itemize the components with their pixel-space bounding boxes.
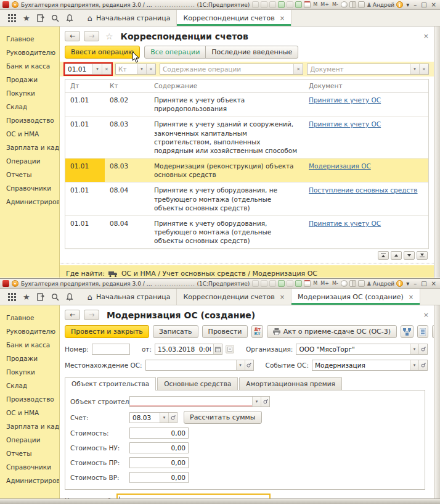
- cell-dt[interactable]: 01.01: [65, 159, 105, 182]
- sidebar-item[interactable]: Склад: [0, 379, 59, 392]
- dropdown-icon[interactable]: ▾: [410, 64, 419, 74]
- table-row[interactable]: 01.01 08.03 Модернизация (реконструкция)…: [65, 159, 428, 183]
- col-content[interactable]: Содержание: [149, 80, 304, 92]
- cell-content[interactable]: Принятие к учету зданий и сооружений, за…: [149, 117, 304, 158]
- open-button[interactable]: [245, 360, 253, 370]
- write-button[interactable]: Записать: [153, 325, 198, 338]
- titlebar-caret-icon[interactable]: ▾: [405, 1, 410, 8]
- zoom-icon[interactable]: [341, 280, 348, 287]
- document-link[interactable]: Модернизация ОС: [309, 162, 371, 170]
- calculator-icon[interactable]: [295, 1, 302, 8]
- filter-dt-combo[interactable]: ▾ ×: [65, 64, 112, 75]
- col-document[interactable]: Документ: [304, 80, 428, 92]
- send-icon[interactable]: [278, 1, 285, 8]
- cell-kt[interactable]: 08.03: [105, 117, 149, 158]
- m-button[interactable]: M: [312, 2, 318, 7]
- dropdown-icon[interactable]: ▾: [137, 64, 146, 74]
- sidebar-item[interactable]: Покупки: [0, 366, 59, 378]
- forward-button[interactable]: →: [84, 31, 99, 41]
- row-up-button[interactable]: [391, 251, 402, 260]
- attachment-icon[interactable]: [287, 280, 293, 287]
- calendar-icon[interactable]: [304, 280, 311, 287]
- history-icon[interactable]: [37, 14, 44, 22]
- col-kt[interactable]: Кт: [105, 80, 149, 92]
- search-icon[interactable]: [51, 293, 59, 301]
- tab-close-icon[interactable]: ×: [280, 15, 285, 22]
- open-button[interactable]: [168, 413, 177, 423]
- sidebar-item[interactable]: Главное: [0, 312, 59, 324]
- sidebar-item[interactable]: Склад: [0, 101, 59, 113]
- clear-icon[interactable]: ×: [419, 64, 428, 74]
- cell-content[interactable]: Принятие к учету оборудования, требующег…: [149, 216, 304, 249]
- clear-icon[interactable]: ×: [146, 64, 155, 74]
- enter-operation-button[interactable]: Ввести операцию: [65, 46, 140, 59]
- where-find-path[interactable]: ОС и НМА / Учет основных средств / Модер…: [121, 270, 317, 278]
- act-os3-button[interactable]: Акт о приеме-сдаче ОС (ОС-3): [267, 325, 397, 338]
- sidebar-item[interactable]: Отчеты: [0, 447, 59, 460]
- tab-modernization[interactable]: Модернизация ОС (создание) ×: [291, 289, 420, 305]
- tab-depreciation-bonus[interactable]: Амортизационная премия: [239, 377, 341, 390]
- print-icon[interactable]: [261, 280, 267, 287]
- page-close-icon[interactable]: ×: [423, 32, 429, 40]
- report-button[interactable]: [417, 325, 428, 338]
- clear-icon[interactable]: ×: [293, 64, 303, 74]
- table-row[interactable]: 01.01 08.04 Принятие к учету оборудовани…: [65, 216, 428, 249]
- cell-dt[interactable]: 01.01: [65, 93, 105, 116]
- col-dt[interactable]: Дт: [65, 80, 105, 92]
- calculate-amounts-button[interactable]: Рассчитать суммы: [184, 411, 262, 424]
- print-icon[interactable]: [261, 1, 267, 8]
- sidebar-item[interactable]: Продажи: [0, 352, 59, 365]
- tab-home[interactable]: ⌂ Начальная страница: [81, 289, 177, 305]
- filter-content-field[interactable]: ×: [160, 64, 303, 75]
- open-button[interactable]: [418, 344, 427, 354]
- filter-kt-input[interactable]: [116, 64, 137, 74]
- tab-close-icon[interactable]: ×: [409, 294, 414, 300]
- dropdown-icon[interactable]: ▾: [160, 413, 168, 423]
- sidebar-item[interactable]: Главное: [0, 33, 59, 45]
- organization-combo[interactable]: ▾: [296, 344, 428, 355]
- open-button[interactable]: [418, 360, 427, 370]
- calendar-icon[interactable]: [304, 1, 311, 8]
- sidebar-item[interactable]: Банк и касса: [0, 60, 59, 72]
- m-plus-button[interactable]: M+: [320, 281, 330, 286]
- date-field[interactable]: [155, 344, 222, 355]
- sidebar-item[interactable]: Банк и касса: [0, 339, 59, 351]
- number-field[interactable]: [92, 344, 130, 355]
- cell-content[interactable]: Модернизация (реконструкция) объекта осн…: [149, 159, 304, 182]
- vertical-scrollbar[interactable]: [434, 305, 440, 503]
- calculator-icon[interactable]: [295, 280, 302, 287]
- account-combo[interactable]: ▾: [129, 412, 177, 423]
- m-minus-button[interactable]: M-: [332, 281, 339, 286]
- document-link[interactable]: Принятие к учету ОС: [309, 96, 381, 104]
- dtkt-postings-button[interactable]: ДтКт: [251, 325, 263, 338]
- last-entered-button[interactable]: Последние введенные: [205, 46, 298, 59]
- table-row[interactable]: 01.01 08.02 Принятие к учету объекта при…: [65, 93, 428, 117]
- tab-home[interactable]: ⌂ Начальная страница: [81, 10, 177, 26]
- favorite-star-icon[interactable]: ☆: [105, 31, 113, 41]
- sidebar-item[interactable]: Администрирование: [0, 196, 59, 208]
- cell-dt[interactable]: 01.01: [65, 216, 105, 249]
- dropdown-icon[interactable]: ▾: [410, 360, 418, 370]
- cell-content[interactable]: Принятие к учету объекта природопользова…: [149, 93, 304, 116]
- menu-grid-icon[interactable]: [8, 14, 16, 22]
- forward-button[interactable]: →: [84, 310, 99, 320]
- split-window-icon[interactable]: [349, 1, 356, 8]
- document-link[interactable]: Поступление основных средств: [309, 186, 418, 194]
- favorites-star-icon[interactable]: ★: [23, 14, 30, 22]
- cost-pr-field[interactable]: [129, 457, 189, 468]
- sidebar-item[interactable]: Администрирование: [0, 474, 59, 487]
- post-and-close-button[interactable]: Провести и закрыть: [65, 325, 149, 338]
- print-preview-icon[interactable]: [269, 1, 276, 8]
- service-icon[interactable]: [358, 1, 365, 8]
- sidebar-item[interactable]: Справочники: [0, 461, 59, 473]
- send-icon[interactable]: [278, 280, 285, 287]
- filter-dt-input[interactable]: [65, 64, 92, 74]
- sidebar-item[interactable]: ОС и НМА: [0, 407, 59, 419]
- cell-dt[interactable]: 01.01: [65, 183, 105, 215]
- close-button[interactable]: ×: [430, 1, 438, 8]
- cell-kt[interactable]: 08.02: [105, 93, 149, 116]
- filter-document-input[interactable]: [308, 64, 410, 74]
- tab-close-icon[interactable]: ×: [280, 294, 285, 300]
- cell-kt[interactable]: 08.03: [105, 159, 149, 182]
- cell-kt[interactable]: 08.04: [105, 216, 149, 249]
